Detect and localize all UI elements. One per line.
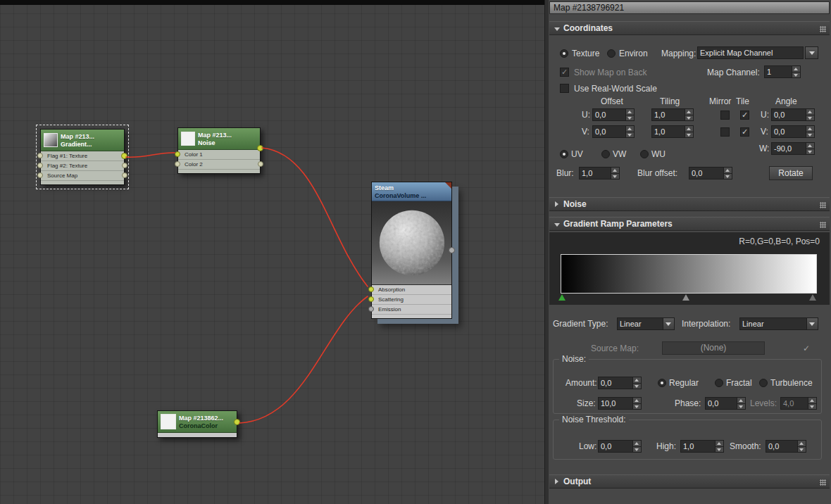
gradient-flag-icon[interactable] — [809, 294, 816, 301]
spinner-up-icon[interactable] — [792, 66, 800, 72]
spinner-up-icon[interactable] — [633, 398, 641, 403]
slot-absorption[interactable]: Absorption — [372, 285, 451, 295]
spinner-up-icon[interactable] — [806, 109, 814, 115]
u-mirror-checkbox[interactable] — [720, 111, 730, 120]
input-socket[interactable] — [368, 296, 374, 302]
map-channel-spinner[interactable]: 1 — [764, 65, 801, 78]
spinner-up-icon[interactable] — [611, 168, 619, 173]
fractal-radio[interactable] — [715, 379, 723, 387]
high-spinner[interactable]: 1,0 — [680, 440, 724, 453]
rollout-output[interactable]: Output — [549, 474, 830, 489]
spinner-down-icon[interactable] — [633, 446, 641, 453]
spinner-down-icon[interactable] — [633, 383, 641, 389]
slot-emission[interactable]: Emission — [372, 305, 451, 315]
v-offset-spinner[interactable]: 0,0 — [592, 125, 635, 138]
spinner-down-icon[interactable] — [626, 132, 634, 138]
blur-offset-spinner[interactable]: 0,0 — [689, 167, 732, 179]
output-socket[interactable] — [234, 419, 240, 425]
spinner-down-icon[interactable] — [808, 403, 816, 410]
spinner-up-icon[interactable] — [737, 398, 745, 403]
output-socket[interactable] — [449, 247, 455, 253]
spinner-down-icon[interactable] — [685, 132, 693, 138]
spinner-down-icon[interactable] — [806, 149, 814, 155]
regular-radio[interactable] — [658, 379, 666, 387]
spinner-up-icon[interactable] — [633, 377, 641, 383]
texture-radio-label[interactable]: Texture — [572, 49, 599, 58]
spinner-down-icon[interactable] — [806, 115, 814, 121]
input-socket[interactable] — [368, 306, 374, 312]
rollout-gradient-ramp[interactable]: Gradient Ramp Parameters — [549, 217, 830, 231]
show-map-on-back-checkbox[interactable] — [560, 68, 569, 77]
turbulence-radio-label[interactable]: Turbulence — [770, 378, 813, 388]
input-socket[interactable] — [37, 153, 43, 158]
regular-radio-label[interactable]: Regular — [669, 378, 699, 388]
spinner-up-icon[interactable] — [633, 441, 641, 446]
node-corona-volume[interactable]: Steam CoronaVolume ... — [371, 182, 452, 319]
node-corona-color[interactable]: Map #213862... CoronaColor — [157, 410, 237, 438]
spinner-down-icon[interactable] — [737, 403, 745, 410]
use-real-world-scale-checkbox[interactable] — [560, 84, 569, 93]
slot-color2[interactable]: Color 2 — [178, 160, 260, 170]
node-noise[interactable]: Map #213... Noise Color 1 Color 2 — [177, 127, 261, 174]
material-preview[interactable] — [372, 201, 451, 285]
use-real-world-scale-label[interactable]: Use Real-World Scale — [574, 84, 657, 94]
slot-flag2[interactable]: Flag #2: Texture — [41, 161, 124, 171]
spinner-down-icon[interactable] — [611, 173, 619, 179]
spinner-down-icon[interactable] — [633, 403, 641, 410]
slot-flag1[interactable]: Flag #1: Texture — [41, 151, 124, 161]
environ-radio-label[interactable]: Environ — [619, 49, 648, 58]
input-socket[interactable] — [37, 172, 43, 178]
size-spinner[interactable]: 10,0 — [598, 397, 642, 410]
v-tiling-spinner[interactable]: 1,0 — [651, 125, 694, 138]
node-gradient-header[interactable]: Map #213... Gradient... — [41, 130, 124, 151]
input-socket[interactable] — [368, 286, 374, 292]
output-socket[interactable] — [122, 163, 127, 168]
source-map-button[interactable]: (None) — [662, 341, 765, 355]
node-gradient[interactable]: Map #213... Gradient... Flag #1: Texture… — [40, 129, 125, 185]
v-mirror-checkbox[interactable] — [720, 127, 730, 137]
rollout-coordinates[interactable]: Coordinates — [549, 21, 830, 35]
spinner-up-icon[interactable] — [716, 441, 723, 446]
rotate-button[interactable]: Rotate — [769, 166, 813, 180]
slot-color1[interactable]: Color 1 — [178, 150, 260, 160]
rollout-noise[interactable]: Noise — [549, 197, 830, 211]
gradient-ramp-bar[interactable] — [561, 254, 817, 294]
spinner-down-icon[interactable] — [806, 132, 814, 138]
output-socket[interactable] — [257, 145, 263, 151]
input-socket[interactable] — [175, 151, 180, 157]
slot-scattering[interactable]: Scattering — [372, 295, 451, 305]
dropdown-arrow-icon[interactable] — [806, 318, 818, 329]
levels-spinner[interactable]: 4,0 — [780, 397, 817, 410]
instance-check-icon[interactable]: ✓ — [803, 344, 810, 353]
spinner-up-icon[interactable] — [806, 143, 814, 149]
uv-radio-label[interactable]: UV — [571, 149, 583, 159]
gradient-type-dropdown[interactable]: Linear — [617, 317, 675, 330]
wu-radio[interactable] — [640, 150, 649, 158]
spinner-down-icon[interactable] — [685, 115, 693, 121]
spinner-down-icon[interactable] — [798, 446, 806, 453]
mapping-dropdown-arrow-icon[interactable] — [805, 46, 818, 59]
dropdown-arrow-icon[interactable] — [663, 318, 674, 329]
output-socket[interactable] — [121, 153, 127, 159]
smooth-spinner[interactable]: 0,0 — [766, 440, 806, 453]
wu-radio-label[interactable]: WU — [651, 149, 666, 159]
input-socket[interactable] — [37, 163, 43, 168]
show-map-on-back-label[interactable]: Show Map on Back — [574, 68, 646, 77]
spinner-down-icon[interactable] — [792, 72, 800, 78]
gradient-flag-icon[interactable] — [558, 294, 566, 301]
spinner-down-icon[interactable] — [626, 115, 634, 121]
spinner-up-icon[interactable] — [685, 126, 693, 132]
w-angle-spinner[interactable]: -90,0 — [771, 142, 815, 155]
output-socket[interactable] — [258, 161, 263, 167]
spinner-up-icon[interactable] — [808, 398, 816, 403]
mapping-dropdown[interactable]: Explicit Map Channel — [697, 46, 804, 59]
vw-radio-label[interactable]: VW — [613, 149, 626, 159]
u-tile-checkbox[interactable] — [740, 111, 749, 120]
node-noise-header[interactable]: Map #213... Noise — [178, 128, 260, 150]
spinner-down-icon[interactable] — [716, 446, 723, 453]
spinner-up-icon[interactable] — [806, 126, 814, 132]
spinner-down-icon[interactable] — [724, 173, 732, 179]
v-angle-spinner[interactable]: 0,0 — [771, 125, 815, 138]
node-graph-canvas[interactable]: Map #213... Gradient... Flag #1: Texture… — [0, 0, 544, 504]
node-color-header[interactable]: Map #213862... CoronaColor — [158, 411, 237, 433]
